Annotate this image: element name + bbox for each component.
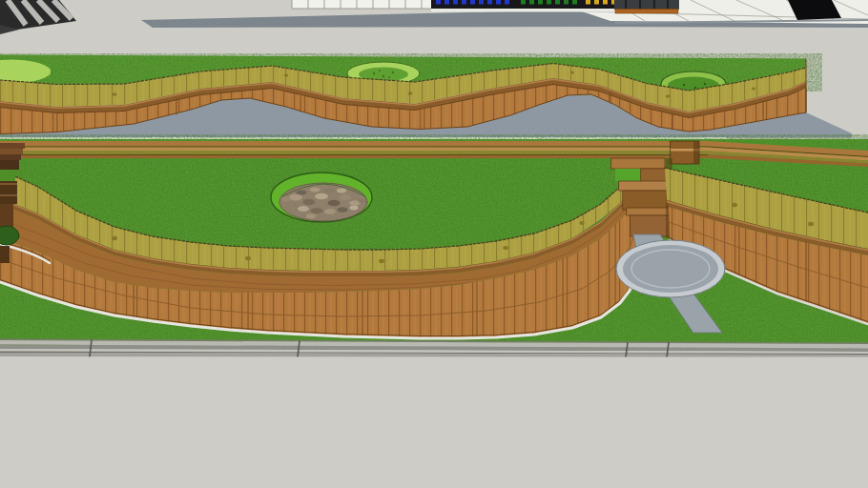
- display-windows: [292, 0, 435, 9]
- green-step: [615, 169, 641, 181]
- road: [0, 357, 868, 488]
- display-shelf: [431, 0, 622, 12]
- back-edge-notch: [671, 141, 699, 164]
- patio-circle: [616, 240, 725, 297]
- entry-door: [614, 0, 679, 13]
- shelf-items-blue: [436, 0, 509, 5]
- gravel-pit: [271, 173, 372, 222]
- door-threshold: [615, 10, 678, 14]
- bush: [0, 226, 19, 245]
- lower-terrace: [0, 139, 868, 488]
- upper-terrace: [0, 55, 852, 142]
- scene-canvas[interactable]: [0, 0, 868, 488]
